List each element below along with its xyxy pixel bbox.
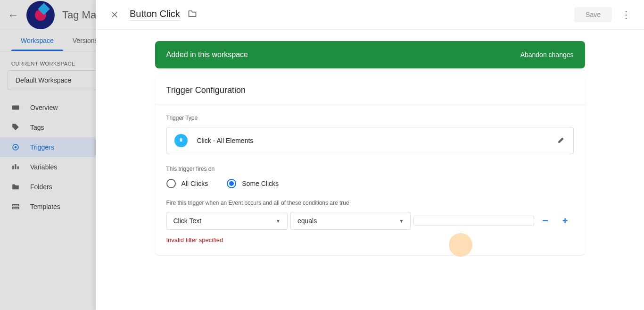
trigger-type-label: Trigger Type [166,115,574,121]
fires-on-label: This trigger fires on [166,166,574,172]
tab-workspace[interactable]: Workspace [11,30,63,51]
filter-operator-value: equals [297,217,317,225]
radio-some-clicks-label: Some Clicks [242,180,279,187]
save-button-label: Save [586,11,601,18]
radio-all-clicks[interactable]: All Clicks [166,179,208,188]
tab-workspace-label: Workspace [21,37,54,44]
more-menu-button[interactable]: ⋮ [618,5,635,24]
filter-value-input[interactable] [413,216,534,226]
back-arrow-icon[interactable]: ← [8,8,19,22]
folder-icon [11,183,21,191]
svg-rect-0 [12,106,19,110]
cursor-highlight [449,233,472,257]
radio-icon-selected [227,179,236,188]
folder-icon[interactable] [188,9,197,20]
tag-icon [11,123,21,132]
nav-templates-label: Templates [30,203,60,210]
trigger-icon [11,143,21,151]
banner-text: Added in this workspace [166,50,248,59]
filter-variable-select[interactable]: Click Text ▼ [166,212,288,230]
close-icon [110,10,119,19]
template-icon [11,202,21,211]
click-type-icon [174,134,188,147]
pencil-icon[interactable] [557,135,566,146]
nav-triggers-label: Triggers [30,143,54,151]
filter-variable-value: Click Text [173,217,202,225]
variable-icon [11,163,21,171]
filter-error-text: Invalid filter specified [166,236,574,243]
workspace-selected: Default Workspace [16,76,71,84]
radio-some-clicks[interactable]: Some Clicks [227,179,279,188]
change-banner: Added in this workspace Abandon changes [155,41,585,68]
overview-icon [11,103,21,112]
trigger-type-value: Click - All Elements [197,137,557,144]
svg-point-2 [15,146,17,149]
trigger-config-card: Trigger Configuration Trigger Type Click… [155,76,585,255]
svg-rect-5 [17,167,19,169]
card-title: Trigger Configuration [155,76,585,105]
remove-filter-button[interactable]: − [537,215,554,227]
chevron-down-icon: ▼ [276,218,281,224]
chevron-down-icon: ▼ [399,218,404,224]
abandon-changes-button[interactable]: Abandon changes [520,51,574,59]
nav-tags-label: Tags [30,124,44,131]
radio-all-clicks-label: All Clicks [182,180,208,187]
radio-icon [166,179,176,188]
add-filter-button[interactable]: + [557,216,574,226]
svg-rect-4 [15,164,17,169]
nav-overview-label: Overview [30,104,58,111]
save-button[interactable]: Save [574,7,612,22]
condition-label: Fire this trigger when an Event occurs a… [166,200,574,206]
close-button[interactable] [105,5,124,24]
app-logo [26,1,55,29]
nav-variables-label: Variables [30,163,57,171]
svg-rect-3 [12,166,14,169]
trigger-type-selector[interactable]: Click - All Elements [166,127,574,154]
filter-operator-select[interactable]: equals ▼ [290,212,411,230]
more-vert-icon: ⋮ [621,9,631,20]
trigger-name-input[interactable]: Button Click [130,8,180,21]
tab-versions-label: Versions [73,37,98,44]
nav-folders-label: Folders [30,183,52,191]
